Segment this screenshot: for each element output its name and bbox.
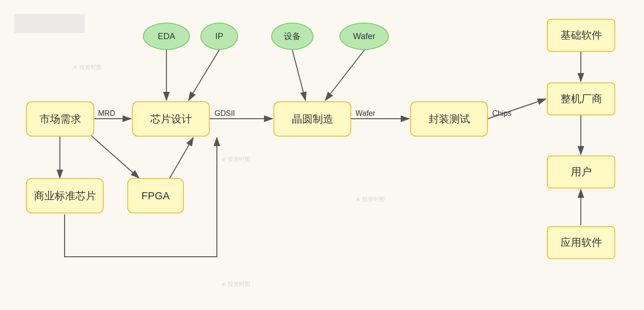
user-box: 用户 bbox=[547, 155, 615, 188]
wafer-label: Wafer bbox=[355, 109, 375, 118]
wafer-oval: Wafer bbox=[339, 23, 389, 50]
oem-box: 整机厂商 bbox=[547, 82, 615, 115]
logo bbox=[14, 14, 85, 33]
mrd-label: MRD bbox=[98, 109, 115, 118]
watermark-3: ⊕ 投资时图 bbox=[356, 196, 385, 204]
gdsii-label: GDSII bbox=[215, 109, 235, 118]
commercial-chip-box: 商业标准芯片 bbox=[26, 178, 104, 213]
ip-oval: IP bbox=[200, 23, 238, 50]
package-test-box: 封装测试 bbox=[410, 101, 488, 137]
watermark-2: ⊕ 投资时图 bbox=[222, 155, 250, 163]
market-demand-box: 市场需求 bbox=[26, 101, 94, 137]
svg-line-11 bbox=[170, 138, 193, 178]
svg-line-4 bbox=[325, 50, 364, 100]
chip-design-box: 芯片设计 bbox=[132, 101, 210, 137]
chips-label: Chips bbox=[492, 109, 512, 118]
wafer-fab-box: 晶圆制造 bbox=[273, 101, 351, 137]
watermark-1: ⊕ 投资时图 bbox=[73, 64, 102, 72]
watermark-4: ⊕ 投资时图 bbox=[222, 280, 250, 288]
app-software-box: 应用软件 bbox=[547, 226, 615, 259]
svg-line-10 bbox=[90, 134, 139, 178]
fpga-box: FPGA bbox=[127, 178, 184, 213]
ji-ji-software-box: 基础软件 bbox=[547, 19, 615, 52]
diagram-container: 市场需求 芯片设计 晶圆制造 封装测试 商业标准芯片 FPGA 基础软件 整机厂… bbox=[0, 0, 644, 310]
equipment-oval: 设备 bbox=[271, 23, 314, 50]
svg-line-2 bbox=[189, 50, 219, 100]
svg-line-3 bbox=[292, 50, 305, 100]
eda-oval: EDA bbox=[143, 23, 190, 50]
